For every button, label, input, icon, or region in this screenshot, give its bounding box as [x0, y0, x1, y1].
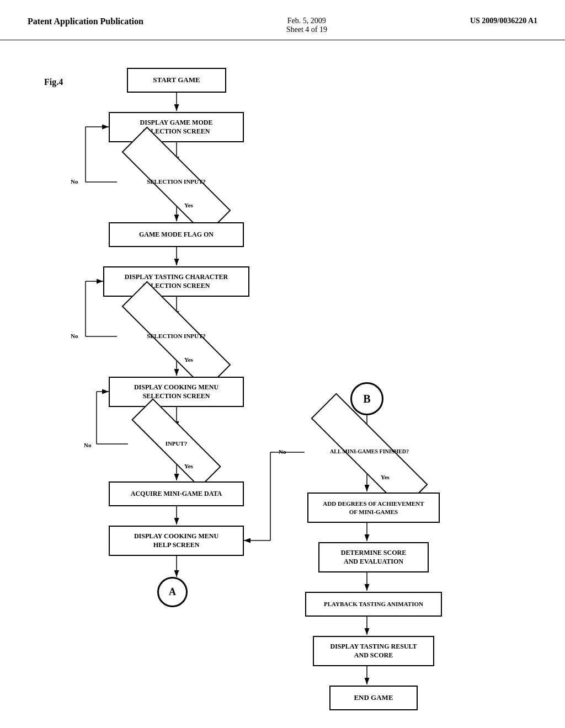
patent-number: US 2009/0036220 A1: [470, 17, 537, 25]
determine-score-box: DETERMINE SCOREAND EVALUATION: [318, 542, 429, 572]
flowchart: START GAME DISPLAY GAME MODESELECTION SC…: [0, 46, 565, 686]
display-cooking-menu-box: DISPLAY COOKING MENUSELECTION SCREEN: [109, 377, 244, 407]
input-diamond: INPUT?: [128, 428, 225, 458]
display-cooking-help-box: DISPLAY COOKING MENUHELP SCREEN: [109, 526, 244, 556]
yes-label-1: Yes: [184, 202, 193, 208]
add-degrees-box: ADD DEGREES OF ACHIEVEMENTOF MINI-GAMES: [307, 493, 440, 523]
selection-input-diamond-1: SELECTION INPUT?: [117, 163, 236, 199]
page-header: Patent Application Publication Feb. 5, 2…: [0, 0, 565, 40]
publication-title: Patent Application Publication: [28, 17, 143, 26]
display-game-mode-box: DISPLAY GAME MODESELECTION SCREEN: [109, 112, 244, 142]
publication-date: Feb. 5, 2009 Sheet 4 of 19: [286, 17, 327, 34]
yes-label-2: Yes: [184, 356, 193, 363]
no-label-3: No: [84, 442, 91, 448]
flowchart-arrows: [0, 46, 565, 686]
yes-label-4: Yes: [381, 474, 390, 480]
connector-b: B: [350, 382, 383, 415]
selection-input-diamond-2: SELECTION INPUT?: [117, 318, 236, 354]
connector-a: A: [157, 577, 188, 607]
game-mode-flag-box: GAME MODE FLAG ON: [109, 222, 244, 247]
playback-tasting-box: PLAYBACK TASTING ANIMATION: [305, 592, 442, 617]
display-tasting-result-box: DISPLAY TASTING RESULTAND SCORE: [313, 636, 434, 666]
display-tasting-char-box: DISPLAY TASTING CHARACTERSELECTION SCREE…: [103, 266, 249, 297]
yes-label-3: Yes: [184, 463, 193, 469]
acquire-mini-game-box: ACQUIRE MINI-GAME DATA: [109, 481, 244, 506]
no-label-1: No: [71, 178, 78, 185]
all-mini-games-diamond: ALL MINI-GAMES FINISHED?: [305, 433, 434, 469]
no-label-4: No: [279, 448, 286, 455]
no-label-2: No: [71, 333, 78, 339]
end-game-box: END GAME: [329, 686, 418, 710]
start-game-box: START GAME: [127, 68, 226, 93]
